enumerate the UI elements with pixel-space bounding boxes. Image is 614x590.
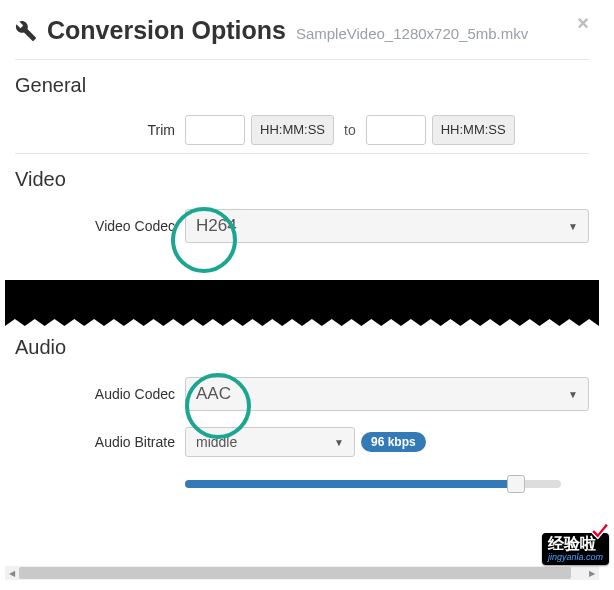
audio-codec-select[interactable]: AAC ▼ xyxy=(185,377,589,411)
trim-to-separator: to xyxy=(340,122,360,138)
dialog-title: Conversion Options xyxy=(47,16,286,45)
audio-bitrate-value: middle xyxy=(196,434,237,450)
trim-row: Trim HH:MM:SS to HH:MM:SS xyxy=(15,107,589,153)
horizontal-scrollbar[interactable]: ◀ ▶ xyxy=(5,566,599,580)
scroll-left-arrow-icon[interactable]: ◀ xyxy=(5,566,19,580)
audio-bitrate-row: Audio Bitrate middle ▼ 96 kbps xyxy=(15,419,589,465)
chevron-down-icon: ▼ xyxy=(568,221,578,232)
scroll-track[interactable] xyxy=(19,566,585,580)
audio-codec-row: Audio Codec AAC ▼ xyxy=(15,369,589,419)
audio-bitrate-label: Audio Bitrate xyxy=(15,434,185,450)
section-general-heading: General xyxy=(15,59,589,107)
dialog-filename: SampleVideo_1280x720_5mb.mkv xyxy=(296,25,528,42)
chevron-down-icon: ▼ xyxy=(334,437,344,448)
section-video-heading: Video xyxy=(15,153,589,201)
close-button[interactable]: × xyxy=(577,12,589,35)
video-codec-select[interactable]: H264 ▼ xyxy=(185,209,589,243)
slider-fill xyxy=(185,480,516,488)
trim-from-placeholder: HH:MM:SS xyxy=(251,115,334,145)
video-codec-row: Video Codec H264 ▼ xyxy=(15,201,589,251)
audio-codec-value: AAC xyxy=(196,384,231,404)
video-codec-value: H264 xyxy=(196,216,237,236)
trim-to-placeholder: HH:MM:SS xyxy=(432,115,515,145)
slider-thumb[interactable] xyxy=(507,475,525,493)
audio-codec-label: Audio Codec xyxy=(15,386,185,402)
trim-from-input[interactable] xyxy=(185,115,245,145)
wrench-icon xyxy=(15,20,37,42)
scroll-right-arrow-icon[interactable]: ▶ xyxy=(585,566,599,580)
trim-label: Trim xyxy=(15,122,185,138)
trim-to-input[interactable] xyxy=(366,115,426,145)
chevron-down-icon: ▼ xyxy=(568,389,578,400)
audio-bitrate-select[interactable]: middle ▼ xyxy=(185,427,355,457)
dialog-header: Conversion Options SampleVideo_1280x720_… xyxy=(5,0,599,59)
audio-bitrate-slider-row xyxy=(15,465,589,505)
scroll-thumb[interactable] xyxy=(19,567,571,579)
audio-bitrate-badge: 96 kbps xyxy=(361,432,426,452)
video-codec-label: Video Codec xyxy=(15,218,185,234)
audio-bitrate-slider[interactable] xyxy=(185,473,561,493)
torn-section-divider xyxy=(5,280,599,332)
